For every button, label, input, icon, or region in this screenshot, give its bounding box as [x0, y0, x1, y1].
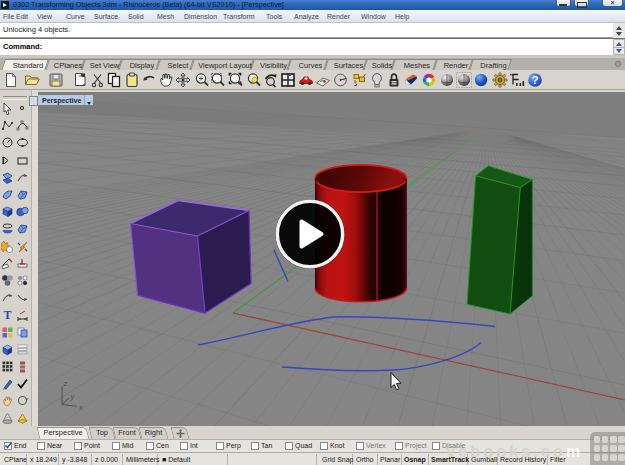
- svg-text:T: T: [3, 308, 11, 321]
- svg-text:x: x: [78, 403, 83, 412]
- svg-text:?: ?: [531, 74, 538, 86]
- svg-text:z: z: [63, 379, 68, 388]
